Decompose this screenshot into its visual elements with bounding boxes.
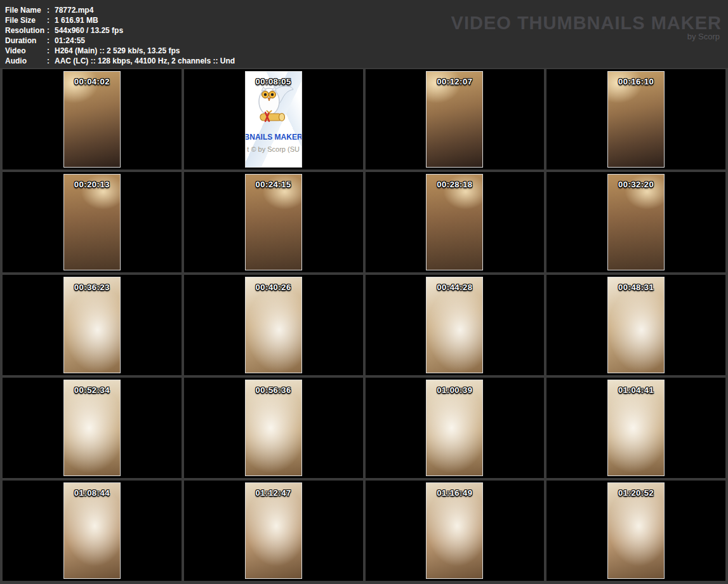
thumbnail-grid: 00:04:02 MBNAILS MA bbox=[0, 68, 728, 584]
brand-title: VIDEO THUMBNAILS MAKER bbox=[451, 13, 722, 34]
timestamp-overlay: 01:20:52 bbox=[608, 488, 664, 498]
timestamp-overlay: 01:12:47 bbox=[246, 488, 301, 498]
video-thumbnail: 01:08:44 bbox=[63, 482, 121, 579]
video-thumbnail: 00:16:10 bbox=[607, 71, 665, 168]
file-info-colon: : bbox=[47, 46, 55, 56]
video-thumbnail: 00:12:07 bbox=[426, 71, 483, 168]
file-info-label: File Size bbox=[5, 15, 47, 25]
file-info-row: Audio:AAC (LC) :: 128 kbps, 44100 Hz, 2 … bbox=[5, 56, 728, 66]
file-info-value: AAC (LC) :: 128 kbps, 44100 Hz, 2 channe… bbox=[55, 56, 235, 65]
timestamp-overlay: 00:44:28 bbox=[427, 282, 482, 292]
timestamp-overlay: 00:24:15 bbox=[246, 180, 301, 189]
video-thumbnail: 01:04:41 bbox=[607, 380, 665, 476]
timestamp-overlay: 00:32:20 bbox=[608, 180, 664, 189]
video-thumbnail: MBNAILS MAKER 8 t © by Scorp (SU 00:08:0… bbox=[245, 71, 302, 168]
grid-cell: 00:12:07 bbox=[366, 69, 545, 169]
video-thumbnail: 00:52:34 bbox=[63, 380, 121, 476]
grid-cell: 01:04:41 bbox=[546, 378, 725, 478]
timestamp-overlay: 01:08:44 bbox=[64, 488, 120, 498]
vtm-logo-title: MBNAILS MAKER 8 bbox=[245, 133, 302, 142]
timestamp-overlay: 01:16:49 bbox=[427, 488, 482, 498]
grid-cell: 00:44:28 bbox=[366, 275, 545, 375]
file-info-colon: : bbox=[47, 36, 55, 46]
video-thumbnail: 00:24:15 bbox=[245, 174, 302, 270]
timestamp-overlay: 00:20:13 bbox=[64, 180, 120, 189]
grid-cell: 00:48:31 bbox=[546, 275, 725, 375]
vtm-contact-sheet: { "header": { "fields": [ { "label": "Fi… bbox=[0, 0, 728, 584]
video-thumbnail: 00:44:28 bbox=[426, 277, 483, 373]
grid-cell: 00:28:18 bbox=[366, 172, 545, 272]
video-thumbnail: 00:04:02 bbox=[63, 71, 121, 168]
grid-cell: 00:40:26 bbox=[184, 275, 363, 375]
grid-cell: 00:16:10 bbox=[546, 69, 725, 169]
vtm-logo-copyright: t © by Scorp (SU bbox=[247, 145, 300, 153]
file-info-value: 544x960 / 13.25 fps bbox=[55, 26, 123, 35]
file-info-colon: : bbox=[47, 25, 55, 36]
file-info-colon: : bbox=[47, 15, 55, 25]
grid-cell: 00:04:02 bbox=[3, 69, 182, 169]
grid-cell: 00:36:23 bbox=[3, 275, 182, 375]
grid-cell: 01:00:39 bbox=[366, 378, 545, 478]
video-thumbnail: 00:48:31 bbox=[607, 277, 665, 373]
timestamp-overlay: 00:08:05 bbox=[246, 77, 301, 86]
vtm-logo-title-text: MBNAILS MAKER bbox=[245, 133, 302, 142]
video-thumbnail: 00:20:13 bbox=[63, 174, 121, 270]
timestamp-overlay: 00:12:07 bbox=[427, 77, 482, 86]
timestamp-overlay: 00:28:18 bbox=[427, 180, 482, 189]
file-info-value: 1 616.91 MB bbox=[55, 16, 98, 25]
file-info-value: H264 (Main) :: 2 529 kb/s, 13.25 fps bbox=[55, 46, 180, 55]
video-thumbnail: 00:32:20 bbox=[607, 174, 665, 270]
file-info-colon: : bbox=[47, 5, 55, 15]
video-thumbnail: 00:56:36 bbox=[245, 380, 302, 476]
grid-cell: 01:08:44 bbox=[3, 481, 182, 581]
video-thumbnail: 00:40:26 bbox=[245, 277, 302, 373]
file-info-label: Resolution bbox=[5, 25, 47, 36]
grid-cell: 00:24:15 bbox=[184, 172, 363, 272]
timestamp-overlay: 00:48:31 bbox=[608, 282, 664, 292]
video-thumbnail: 01:16:49 bbox=[426, 482, 483, 579]
grid-cell: 01:16:49 bbox=[366, 481, 545, 581]
grid-cell: MBNAILS MAKER 8 t © by Scorp (SU 00:08:0… bbox=[184, 69, 363, 169]
timestamp-overlay: 00:16:10 bbox=[608, 77, 664, 86]
video-thumbnail: 00:28:18 bbox=[426, 174, 483, 270]
timestamp-overlay: 01:04:41 bbox=[608, 385, 664, 395]
file-info-label: Video bbox=[5, 46, 47, 56]
timestamp-overlay: 00:40:26 bbox=[246, 282, 301, 292]
file-info-label: Duration bbox=[5, 36, 47, 46]
file-info-value: 01:24:55 bbox=[55, 36, 85, 45]
grid-cell: 01:12:47 bbox=[184, 481, 363, 581]
grid-cell: 01:20:52 bbox=[546, 481, 725, 581]
grid-cell: 00:20:13 bbox=[3, 172, 182, 272]
video-thumbnail: 01:20:52 bbox=[607, 482, 665, 579]
file-info-row: Duration:01:24:55 bbox=[5, 36, 728, 46]
timestamp-overlay: 00:04:02 bbox=[64, 77, 120, 86]
header-bar: File Name:78772.mp4 File Size:1 616.91 M… bbox=[0, 0, 728, 68]
file-info-row: Video:H264 (Main) :: 2 529 kb/s, 13.25 f… bbox=[5, 46, 728, 56]
timestamp-overlay: 01:00:39 bbox=[427, 385, 482, 395]
video-thumbnail: 01:12:47 bbox=[245, 482, 302, 579]
grid-cell: 00:32:20 bbox=[546, 172, 725, 272]
timestamp-overlay: 00:52:34 bbox=[64, 385, 120, 395]
brand-subtitle: by Scorp bbox=[687, 32, 720, 41]
file-info-label: Audio bbox=[5, 56, 47, 66]
video-thumbnail: 01:00:39 bbox=[426, 380, 483, 476]
grid-cell: 00:52:34 bbox=[3, 378, 182, 478]
owl-icon bbox=[253, 81, 295, 129]
video-thumbnail: 00:36:23 bbox=[63, 277, 121, 373]
file-info-label: File Name bbox=[5, 5, 47, 15]
file-info-colon: : bbox=[47, 56, 55, 66]
timestamp-overlay: 00:56:36 bbox=[246, 385, 301, 395]
grid-cell: 00:56:36 bbox=[184, 378, 363, 478]
file-info-value: 78772.mp4 bbox=[55, 6, 93, 15]
timestamp-overlay: 00:36:23 bbox=[64, 282, 120, 292]
